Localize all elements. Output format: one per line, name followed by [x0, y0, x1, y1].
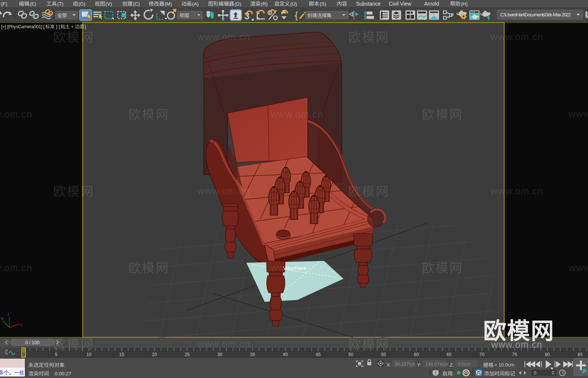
svg-text:85: 85 [578, 352, 583, 357]
svg-text:0 / 100: 0 / 100 [25, 340, 39, 345]
svg-text:60: 60 [414, 352, 419, 357]
svg-text:(V): (V) [106, 1, 112, 7]
svg-text:0: 0 [465, 371, 467, 375]
svg-text:www.om.cn: www.om.cn [197, 31, 250, 42]
svg-text:45: 45 [316, 352, 321, 357]
svg-text:www.om.cn: www.om.cn [568, 262, 588, 273]
svg-text:z: z [7, 312, 10, 317]
svg-text:5: 5 [55, 352, 58, 357]
svg-text:C:\Users\Han\Documents\3ds Max: C:\Users\Han\Documents\3ds Max 2022 [500, 12, 571, 17]
svg-text:www.om.cn: www.om.cn [197, 338, 250, 349]
svg-text:www.om.cn: www.om.cn [490, 31, 543, 42]
svg-text:0:00:27: 0:00:27 [55, 371, 71, 377]
svg-text:{: { [295, 10, 298, 21]
svg-text:]: ] [85, 24, 86, 29]
svg-text:www.om.cn: www.om.cn [490, 185, 543, 197]
svg-text:(G): (G) [78, 1, 85, 7]
svg-text:= 10.0cm: = 10.0cm [494, 362, 514, 368]
svg-text:(A): (A) [192, 1, 198, 7]
svg-text:50: 50 [348, 352, 353, 357]
svg-text:(H): (H) [461, 1, 468, 7]
svg-text:[+] [PhysCamera001] [: [+] [PhysCamera001] [ [1, 24, 45, 29]
svg-text:www.om.cn: www.om.cn [270, 262, 323, 273]
svg-text:10: 10 [87, 352, 92, 357]
svg-text:70: 70 [479, 352, 485, 357]
svg-text:Arnold: Arnold [424, 1, 439, 7]
svg-text:X:: X: [387, 362, 391, 368]
svg-text:(M): (M) [165, 1, 172, 7]
svg-text:Civil View: Civil View [389, 1, 411, 7]
svg-text:148.074cm: 148.074cm [425, 362, 448, 367]
svg-text:0.0cm: 0.0cm [458, 362, 471, 367]
svg-text:75: 75 [512, 352, 517, 357]
svg-text:55: 55 [381, 352, 386, 357]
svg-text:] [: ] [ [56, 24, 60, 29]
svg-text:www.om.cn: www.om.cn [0, 109, 32, 120]
svg-text:(E): (E) [30, 1, 36, 7]
svg-text:25: 25 [185, 352, 190, 357]
svg-text:0: 0 [534, 371, 536, 376]
svg-text:65: 65 [447, 352, 452, 357]
svg-text:80: 80 [545, 352, 550, 357]
svg-text:www.om.cn: www.om.cn [270, 109, 323, 120]
svg-text:20: 20 [152, 352, 157, 357]
svg-text:(F): (F) [1, 1, 7, 7]
svg-text:(D): (D) [235, 1, 241, 7]
svg-text:(C): (C) [133, 1, 140, 7]
svg-text:30: 30 [217, 352, 223, 357]
svg-text:www.om.cn: www.om.cn [491, 339, 542, 350]
svg-text::: : [453, 371, 454, 376]
svg-text:x: x [20, 323, 22, 327]
svg-text:Z:: Z: [450, 362, 454, 368]
svg-text:+: + [71, 24, 74, 29]
svg-text:y: y [1, 316, 4, 320]
svg-text:0: 0 [22, 352, 25, 356]
svg-text:www.om.cn: www.om.cn [0, 262, 32, 273]
svg-text:(U): (U) [290, 1, 297, 7]
svg-text:35: 35 [250, 352, 255, 357]
svg-text:Substance: Substance [356, 1, 381, 7]
svg-text:40: 40 [283, 352, 288, 357]
svg-text:www.om.cn: www.om.cn [568, 109, 588, 120]
svg-text:(S): (S) [320, 1, 326, 7]
svg-text:86.187cm: 86.187cm [395, 362, 415, 367]
svg-text:www.om.cn: www.om.cn [197, 185, 250, 197]
svg-text:Y:: Y: [417, 362, 421, 368]
svg-text:(R): (R) [261, 1, 268, 7]
svg-text:(T): (T) [57, 1, 64, 7]
svg-text:15: 15 [119, 352, 125, 357]
